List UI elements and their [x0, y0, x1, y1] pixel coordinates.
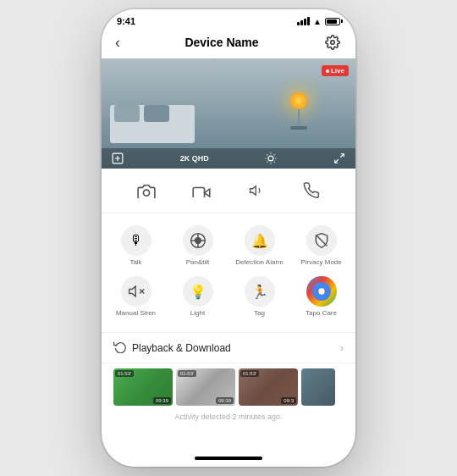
- thumbnail-3[interactable]: 01:53' 09:3: [239, 368, 298, 406]
- battery-icon: [325, 18, 340, 25]
- thumb-1-timestamp: 01:53': [115, 370, 134, 377]
- status-icons: ▲: [297, 17, 340, 26]
- thumb-1-duration: 09:39: [153, 397, 171, 404]
- thumbnail-1[interactable]: 01:53' 09:39: [113, 368, 173, 406]
- pantilt-label: Pan&tilt: [186, 258, 210, 266]
- speaker-button[interactable]: [243, 177, 270, 204]
- feature-detection[interactable]: 🔔 Detection Alarm: [228, 220, 290, 271]
- thumbnail-4-partial[interactable]: [301, 368, 335, 406]
- add-icon[interactable]: [112, 152, 124, 164]
- speaker-icon: [243, 177, 270, 204]
- talk-icon: 🎙: [121, 225, 151, 256]
- svg-line-7: [267, 154, 268, 155]
- signal-icon: [297, 17, 310, 25]
- camera-icon: [133, 177, 160, 204]
- status-bar: 9:41 ▲: [102, 9, 355, 30]
- svg-marker-16: [204, 189, 209, 196]
- video-icon: [188, 177, 215, 204]
- tapocare-icon: [306, 276, 337, 307]
- tapocare-label: Tapo Care: [306, 309, 337, 317]
- svg-point-0: [331, 41, 335, 45]
- svg-line-8: [274, 162, 275, 163]
- light-label: Light: [190, 309, 205, 317]
- playback-icon: [113, 340, 127, 356]
- svg-line-12: [274, 154, 275, 155]
- status-time: 9:41: [117, 16, 135, 26]
- thumb-2-timestamp: 01:63': [178, 370, 196, 377]
- phone-icon: [298, 177, 325, 204]
- thumb-3-duration: 09:3: [281, 397, 296, 404]
- tag-icon: 🏃: [245, 276, 275, 307]
- back-button[interactable]: ‹: [115, 34, 120, 52]
- svg-point-22: [195, 238, 201, 244]
- svg-line-14: [335, 159, 339, 163]
- live-badge: Live: [322, 65, 349, 76]
- svg-line-13: [340, 154, 344, 158]
- phone-frame: 9:41 ▲ ‹ Device Name: [102, 9, 355, 467]
- svg-marker-18: [250, 186, 256, 196]
- feature-pantilt[interactable]: Pan&tilt: [167, 220, 228, 271]
- features-grid: 🎙 Talk Pan&tilt 🔔 Detection Alarm: [102, 213, 355, 329]
- quality-label: 2K QHD: [180, 154, 209, 163]
- pantilt-icon: [183, 225, 213, 256]
- thumb-2-duration: 09:39: [216, 397, 234, 404]
- light-icon: 💡: [183, 276, 213, 307]
- page-title: Device Name: [184, 36, 258, 49]
- svg-line-11: [267, 162, 268, 163]
- svg-point-15: [143, 190, 149, 196]
- siren-label: Manual Siren: [116, 309, 156, 317]
- privacy-label: Pirvacy Mode: [300, 258, 341, 266]
- feature-tag[interactable]: 🏃 Tag: [228, 271, 290, 322]
- camera-feed[interactable]: Live 2K QHD: [102, 58, 355, 169]
- privacy-icon: [306, 225, 337, 256]
- action-row: [102, 169, 355, 213]
- record-button[interactable]: [188, 177, 215, 204]
- brightness-icon[interactable]: [265, 152, 277, 164]
- playback-title-group: Playback & Download: [113, 340, 231, 356]
- svg-rect-17: [193, 187, 204, 197]
- home-indicator: [102, 451, 355, 467]
- feature-talk[interactable]: 🎙 Talk: [105, 220, 167, 271]
- wifi-icon: ▲: [313, 17, 322, 26]
- svg-point-4: [268, 156, 273, 161]
- screenshot-button[interactable]: [133, 177, 160, 204]
- fullscreen-icon[interactable]: [333, 152, 345, 164]
- activity-text: Activity detected 2 minutes ago.: [102, 411, 355, 428]
- playback-section: Playback & Download › 01:53' 09:39 01:63…: [102, 332, 355, 428]
- thumbnails-row: 01:53' 09:39 01:63' 09:39 01:53' 09:3: [102, 363, 355, 411]
- home-bar: [195, 457, 262, 460]
- feature-light[interactable]: 💡 Light: [167, 271, 228, 322]
- gear-icon: [325, 35, 340, 50]
- playback-title: Playback & Download: [132, 342, 231, 354]
- feature-tapocare[interactable]: Tapo Care: [290, 271, 352, 322]
- detection-icon: 🔔: [245, 225, 275, 256]
- playback-header[interactable]: Playback & Download ›: [102, 332, 355, 363]
- talk-label: Talk: [129, 258, 141, 266]
- tag-label: Tag: [254, 309, 265, 317]
- svg-point-28: [318, 288, 324, 294]
- thumb-3-timestamp: 01:53': [240, 370, 259, 377]
- thumbnail-2[interactable]: 01:63' 09:39: [176, 368, 235, 406]
- detection-label: Detection Alarm: [235, 258, 283, 266]
- camera-controls: 2K QHD: [102, 148, 355, 169]
- nav-bar: ‹ Device Name: [102, 30, 355, 58]
- call-button[interactable]: [298, 177, 325, 204]
- siren-icon: [121, 276, 151, 307]
- settings-button[interactable]: [323, 33, 342, 52]
- chevron-right-icon: ›: [340, 342, 344, 354]
- feature-siren[interactable]: Manual Siren: [105, 271, 167, 322]
- feature-privacy[interactable]: Pirvacy Mode: [290, 220, 352, 271]
- svg-marker-24: [129, 286, 135, 296]
